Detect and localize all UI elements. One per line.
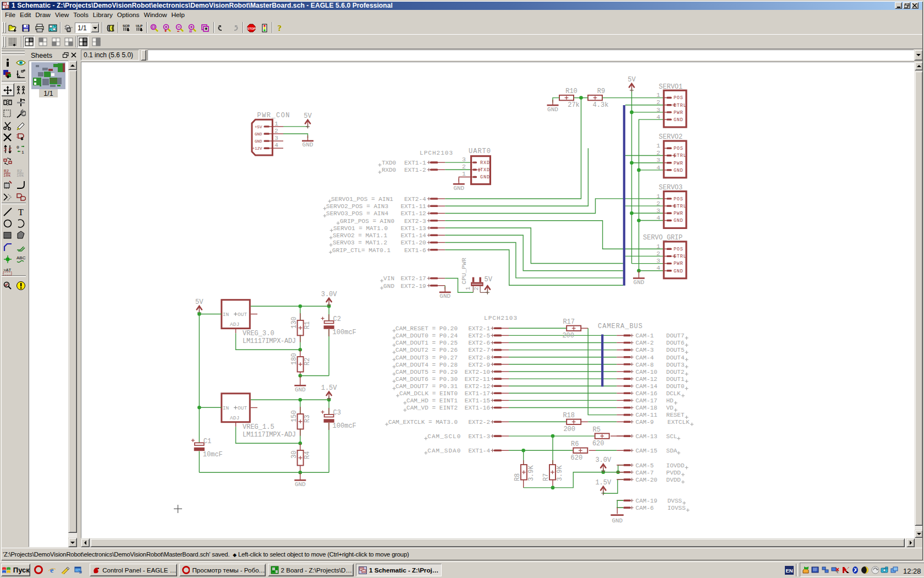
- svg-text:PWR: PWR: [674, 211, 684, 216]
- svg-text:EXT1-2: EXT1-2: [404, 167, 426, 173]
- svg-text:1: 1: [657, 142, 661, 149]
- svg-text:CAM-13: CAM-13: [636, 433, 658, 440]
- svg-text:2: 2: [657, 99, 661, 106]
- svg-text:SERVO1: SERVO1: [659, 83, 683, 91]
- svg-text:EXT2-19: EXT2-19: [400, 283, 426, 290]
- svg-text:3.0V: 3.0V: [321, 291, 338, 298]
- svg-text:SERVO3: SERVO3: [659, 184, 683, 192]
- svg-text:EXT2-2: EXT2-2: [468, 419, 490, 426]
- svg-text:3.9K: 3.9K: [527, 465, 535, 481]
- svg-text:3.0V: 3.0V: [595, 456, 612, 464]
- svg-text:2: 2: [657, 250, 661, 257]
- svg-text:2: 2: [657, 149, 661, 156]
- svg-text:GND: GND: [439, 293, 450, 299]
- svg-text:VREG_1.5: VREG_1.5: [243, 423, 274, 431]
- svg-text:3: 3: [657, 257, 661, 264]
- svg-text:30: 30: [290, 451, 298, 459]
- svg-text:CAM_HD = EINT1: CAM_HD = EINT1: [406, 397, 458, 404]
- svg-text:CAM-3: CAM-3: [636, 347, 654, 353]
- svg-text:GND: GND: [255, 139, 262, 144]
- svg-text:150: 150: [290, 410, 298, 422]
- svg-text:DOUT0: DOUT0: [666, 383, 684, 390]
- svg-text:EXT2-17: EXT2-17: [400, 275, 426, 282]
- svg-text:IOVDD: IOVDD: [666, 462, 684, 469]
- svg-text:1.5V: 1.5V: [321, 384, 338, 392]
- svg-text:CAM-16: CAM-16: [636, 390, 658, 397]
- svg-text:SERVO3 = MAT1.2: SERVO3 = MAT1.2: [333, 239, 387, 246]
- svg-text:EXT2-4: EXT2-4: [404, 196, 426, 203]
- svg-text:100mcF: 100mcF: [333, 329, 356, 336]
- svg-text:5V: 5V: [485, 276, 493, 283]
- svg-text:GND: GND: [480, 175, 490, 180]
- svg-text:EXT2-1: EXT2-1: [468, 325, 490, 332]
- svg-text:GRIP_POS = AIN0: GRIP_POS = AIN0: [340, 218, 394, 225]
- svg-text:PWR: PWR: [674, 161, 684, 166]
- svg-text:CAM_DOUT3 = P0.27: CAM_DOUT3 = P0.27: [395, 355, 458, 361]
- svg-text:CAM_DOUT2 = P0.26: CAM_DOUT2 = P0.26: [395, 347, 458, 353]
- svg-text:1: 1: [274, 120, 278, 127]
- svg-text:LM1117IMPX-ADJ: LM1117IMPX-ADJ: [243, 431, 296, 439]
- svg-text:SCL: SCL: [666, 433, 677, 440]
- svg-text:R8: R8: [514, 473, 521, 481]
- svg-text:EXT1-13: EXT1-13: [400, 225, 426, 232]
- svg-text:HD: HD: [666, 397, 673, 404]
- svg-text:TXD: TXD: [480, 167, 490, 173]
- svg-text:VIN: VIN: [383, 275, 394, 282]
- svg-text:LM1117IMPX-ADJ: LM1117IMPX-ADJ: [243, 337, 296, 345]
- svg-text:4: 4: [657, 164, 661, 171]
- svg-text:CAM-8: CAM-8: [636, 362, 654, 368]
- svg-text:CTRL: CTRL: [674, 153, 687, 159]
- svg-text:2: 2: [657, 200, 661, 207]
- svg-text:EXT2-5: EXT2-5: [468, 332, 490, 339]
- svg-text:GND: GND: [674, 218, 684, 223]
- svg-text:3: 3: [657, 106, 661, 113]
- svg-text:CAM-12: CAM-12: [636, 376, 658, 383]
- svg-text:EXT2-11: EXT2-11: [465, 376, 491, 383]
- svg-text:3: 3: [657, 156, 661, 163]
- svg-text:620: 620: [570, 454, 582, 462]
- svg-text:T: T: [18, 208, 24, 217]
- svg-text:SDA: SDA: [666, 448, 677, 454]
- svg-text:DOUT5: DOUT5: [666, 347, 684, 353]
- svg-text:27k: 27k: [568, 101, 580, 109]
- svg-text:PWR: PWR: [674, 110, 684, 116]
- svg-text:R7: R7: [542, 473, 550, 481]
- svg-text:R1: R1: [304, 321, 311, 329]
- svg-text:+12V: +12V: [252, 146, 262, 151]
- svg-text:POS: POS: [674, 247, 684, 252]
- svg-text:GND: GND: [674, 269, 684, 274]
- svg-text:DOUT1: DOUT1: [666, 376, 684, 383]
- svg-text:EXT1-14: EXT1-14: [400, 232, 426, 239]
- svg-text:CAM_DOUT1 = P0.25: CAM_DOUT1 = P0.25: [395, 340, 458, 346]
- svg-text:1: 1: [657, 193, 661, 200]
- svg-text:180: 180: [290, 353, 298, 365]
- svg-text:EXT1-16: EXT1-16: [465, 405, 490, 411]
- svg-text:CAM_EXTCLK = MAT3.0: CAM_EXTCLK = MAT3.0: [388, 419, 458, 426]
- svg-text:EXT1-17: EXT1-17: [465, 390, 490, 397]
- svg-text:4: 4: [274, 141, 278, 149]
- svg-text:620: 620: [592, 440, 604, 448]
- svg-text:CAM_DOUT4 = P0.28: CAM_DOUT4 = P0.28: [395, 362, 458, 368]
- svg-text:+5V: +5V: [255, 125, 262, 129]
- svg-text:CTRL: CTRL: [674, 204, 687, 209]
- svg-text:EXT2-6: EXT2-6: [468, 340, 490, 346]
- svg-text:R6: R6: [571, 440, 579, 448]
- svg-text:OUT: OUT: [238, 405, 247, 411]
- svg-text:CAM-18: CAM-18: [636, 405, 658, 411]
- svg-text:IN: IN: [223, 405, 229, 411]
- svg-text:e: e: [50, 566, 53, 574]
- svg-text:CAMERA_BUS: CAMERA_BUS: [598, 323, 642, 330]
- svg-text:RXD: RXD: [480, 160, 490, 166]
- svg-text:EXT2-10: EXT2-10: [465, 369, 490, 375]
- svg-text:CAM_DOUT6 = P0.30: CAM_DOUT6 = P0.30: [395, 376, 458, 383]
- svg-text:3.9K: 3.9K: [556, 465, 564, 481]
- svg-text:CTRL: CTRL: [674, 254, 687, 259]
- svg-text:2: 2: [473, 287, 480, 290]
- svg-text:VD: VD: [666, 405, 673, 411]
- svg-text:EXT1-3: EXT1-3: [468, 433, 490, 440]
- svg-text:R9: R9: [597, 88, 605, 95]
- svg-text:IOVSS: IOVSS: [668, 505, 686, 511]
- svg-text:10k: 10k: [3, 173, 11, 178]
- svg-text:3: 3: [274, 134, 278, 141]
- svg-text:10mcF: 10mcF: [203, 451, 223, 459]
